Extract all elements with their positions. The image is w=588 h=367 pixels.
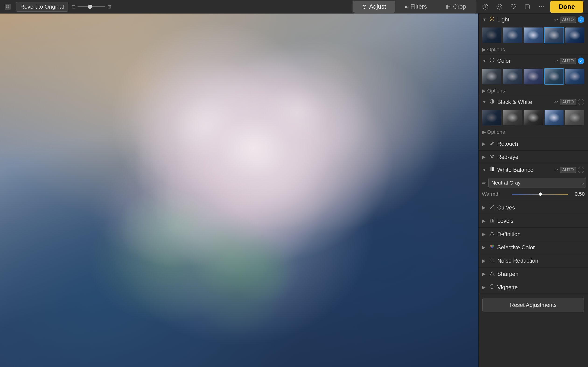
svg-rect-1 — [8, 5, 9, 7]
photo-detail — [0, 14, 478, 367]
light-options-chevron: ▶ — [482, 47, 486, 53]
done-button[interactable]: Done — [550, 1, 583, 13]
wb-check[interactable] — [578, 167, 584, 173]
light-thumb-5[interactable] — [565, 27, 585, 43]
revert-button[interactable]: Revert to Original — [16, 2, 68, 12]
adjust-tab-label: Adjust — [369, 3, 386, 10]
bw-thumb-5[interactable] — [565, 109, 585, 126]
chevron-color: ▼ — [482, 58, 487, 63]
info-button[interactable]: i — [480, 2, 491, 12]
section-sharpen-header[interactable]: ▶ Sharpen — [479, 267, 588, 281]
section-redeye-header[interactable]: ▶ Red-eye — [479, 150, 588, 164]
section-levels-header[interactable]: ▶ Levels — [479, 214, 588, 227]
light-auto-badge[interactable]: AUTO — [560, 17, 576, 23]
light-options-label: Options — [487, 47, 505, 53]
svg-point-50 — [490, 284, 494, 289]
svg-rect-34 — [491, 219, 491, 222]
chevron-wb: ▼ — [482, 167, 487, 172]
nr-title: Noise Reduction — [497, 258, 584, 264]
chevron-retouch: ▶ — [482, 141, 487, 146]
color-options[interactable]: ▶ Options — [479, 87, 588, 96]
section-definition: ▶ Definition — [479, 228, 588, 241]
color-thumb-5[interactable] — [565, 68, 585, 84]
wb-eyedropper-icon[interactable]: ✏ — [482, 180, 486, 186]
section-wb-header[interactable]: ▼ White Balance ↩ AUTO — [479, 164, 588, 176]
bw-icon — [489, 99, 495, 105]
wb-revert-icon[interactable]: ↩ — [554, 167, 558, 173]
section-selectivecolor: ▶ Selective Color — [479, 241, 588, 254]
wb-warmth-track[interactable] — [512, 194, 568, 195]
section-retouch-header[interactable]: ▶ Retouch — [479, 137, 588, 150]
bw-check[interactable] — [578, 99, 584, 105]
zoom-slider[interactable] — [78, 6, 105, 7]
bw-actions: ↩ AUTO — [554, 99, 584, 105]
bw-thumb-1[interactable] — [482, 109, 502, 126]
section-vignette-header[interactable]: ▶ Vignette — [479, 281, 588, 294]
light-thumb-3[interactable] — [523, 27, 543, 43]
light-thumb-1[interactable] — [482, 27, 502, 43]
color-revert-icon[interactable]: ↩ — [554, 58, 558, 64]
heart-button[interactable] — [508, 2, 519, 12]
light-options[interactable]: ▶ Options — [479, 46, 588, 55]
bw-thumb-2[interactable] — [503, 109, 522, 126]
section-definition-header[interactable]: ▶ Definition — [479, 228, 588, 241]
color-thumb-4[interactable] — [544, 68, 564, 84]
tab-adjust[interactable]: ⊙ Adjust — [353, 1, 395, 13]
color-check[interactable]: ✓ — [578, 58, 584, 64]
wb-mode-select[interactable]: Neutral Gray — [488, 178, 586, 188]
share-button[interactable] — [522, 2, 532, 12]
section-light-header[interactable]: ▼ Light ↩ — [479, 14, 588, 26]
section-sc-header[interactable]: ▶ Selective Color — [479, 241, 588, 254]
color-thumb-1[interactable] — [482, 68, 502, 84]
zoom-area: ⊟ ⊞ — [72, 4, 111, 9]
wb-title: White Balance — [497, 167, 552, 173]
bw-revert-icon[interactable]: ↩ — [554, 99, 558, 105]
zoom-in-icon[interactable]: ⊞ — [107, 4, 111, 9]
wb-icon — [489, 167, 495, 173]
color-thumb-2[interactable] — [503, 68, 522, 84]
face-button[interactable] — [494, 2, 504, 12]
section-color-header[interactable]: ▼ Color ↩ AUTO ✓ — [479, 55, 588, 67]
svg-line-13 — [525, 5, 529, 9]
light-check[interactable]: ✓ — [578, 16, 584, 23]
svg-point-43 — [493, 259, 493, 259]
svg-rect-35 — [492, 219, 493, 222]
reset-adjustments-button[interactable]: Reset Adjustments — [482, 298, 584, 312]
color-options-chevron: ▶ — [482, 88, 486, 94]
levels-icon — [489, 218, 495, 224]
crop-tab-icon — [446, 3, 451, 10]
svg-point-29 — [491, 156, 493, 157]
color-auto-badge[interactable]: AUTO — [560, 58, 576, 64]
svg-point-41 — [491, 259, 491, 259]
wb-select-arrow: ⌄ — [581, 180, 585, 186]
window-controls — [5, 4, 11, 10]
tab-filters[interactable]: ● Filters — [395, 1, 436, 13]
main-content: ▼ Light ↩ — [0, 14, 588, 367]
tab-crop[interactable]: Crop — [436, 1, 476, 13]
bw-thumb-3[interactable] — [523, 109, 543, 126]
bw-options[interactable]: ▶ Options — [479, 128, 588, 137]
light-thumb-4[interactable] — [544, 27, 564, 43]
section-whitebalance: ▼ White Balance ↩ AUTO ✏ — [479, 164, 588, 201]
color-thumb-3[interactable] — [523, 68, 543, 84]
section-bw-header[interactable]: ▼ Black & White ↩ AUTO — [479, 96, 588, 108]
window-grid-btn[interactable] — [5, 4, 11, 10]
svg-rect-0 — [6, 5, 8, 7]
zoom-out-icon[interactable]: ⊟ — [72, 4, 76, 9]
svg-point-10 — [498, 6, 499, 7]
wb-auto-badge[interactable]: AUTO — [560, 167, 576, 173]
definition-title: Definition — [497, 231, 584, 237]
bw-thumb-4[interactable] — [544, 109, 564, 126]
section-nr-header[interactable]: ▶ Noise Reduction — [479, 254, 588, 267]
bw-auto-badge[interactable]: AUTO — [560, 99, 576, 105]
sharpen-title: Sharpen — [497, 271, 584, 277]
light-revert-icon[interactable]: ↩ — [554, 17, 558, 22]
section-curves-header[interactable]: ▶ Curves — [479, 201, 588, 214]
crop-tab-label: Crop — [453, 3, 466, 10]
svg-rect-31 — [492, 167, 494, 171]
more-button[interactable] — [536, 2, 546, 12]
light-actions: ↩ AUTO ✓ — [554, 16, 584, 23]
svg-point-48 — [492, 261, 492, 261]
light-thumb-2[interactable] — [503, 27, 522, 43]
svg-point-15 — [541, 6, 542, 7]
